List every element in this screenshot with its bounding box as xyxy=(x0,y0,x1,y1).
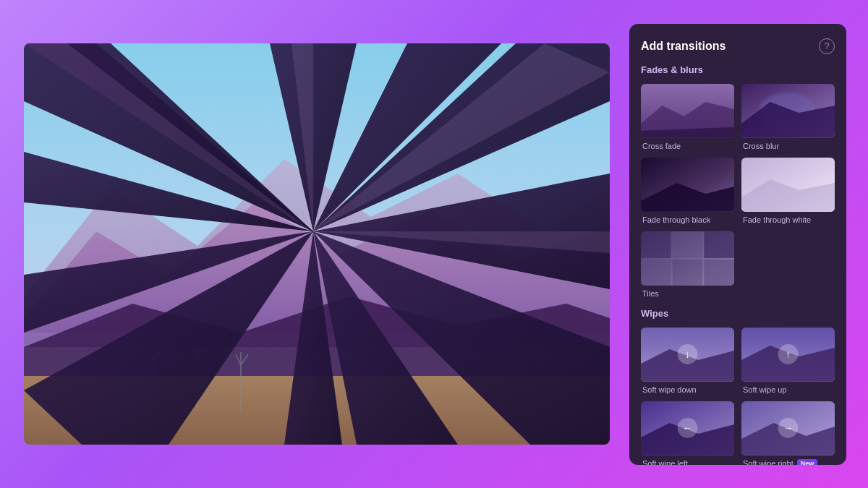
transition-soft-wipe-down[interactable]: ↓ Soft wipe down xyxy=(641,328,734,394)
wipes-grid-1: ↓ Soft wipe down xyxy=(641,328,835,394)
transition-soft-wipe-right[interactable]: → Soft wipe right New xyxy=(741,401,835,465)
svg-text:↓: ↓ xyxy=(685,348,690,359)
panel-title: Add transitions xyxy=(641,40,726,53)
thumb-fade-white xyxy=(741,158,835,212)
soft-wipe-left-label: Soft wipe left xyxy=(641,459,734,465)
soft-wipe-right-label: Soft wipe right New xyxy=(741,459,835,465)
transition-tiles[interactable]: Tiles xyxy=(641,231,734,298)
thumb-soft-down: ↓ xyxy=(641,328,734,382)
transition-fade-white[interactable]: Fade through white xyxy=(741,158,835,224)
thumb-fade-black xyxy=(641,158,734,212)
fade-black-label: Fade through black xyxy=(641,215,734,224)
fades-grid-2: Fade through black xyxy=(641,158,835,224)
tiles-label: Tiles xyxy=(641,289,734,298)
thumb-soft-left: ← xyxy=(641,401,734,455)
svg-rect-47 xyxy=(641,259,671,285)
transition-cross-fade[interactable]: Cross fade xyxy=(641,84,734,150)
svg-text:←: ← xyxy=(683,421,693,433)
svg-rect-46 xyxy=(704,231,734,258)
main-container: Add transitions ? Fades & blurs xyxy=(22,20,846,468)
thumb-tiles xyxy=(641,231,734,286)
preview-image xyxy=(24,43,610,445)
fade-white-label: Fade through white xyxy=(741,215,835,224)
thumb-cross-blur xyxy=(741,84,835,138)
fades-grid: Cross fade xyxy=(641,84,835,150)
svg-text:→: → xyxy=(783,421,793,433)
preview-canvas xyxy=(24,43,610,445)
panel-header: Add transitions ? xyxy=(641,38,835,54)
thumb-soft-right: → xyxy=(741,401,835,455)
preview-svg xyxy=(24,43,610,445)
svg-rect-48 xyxy=(673,259,703,285)
transition-soft-wipe-left[interactable]: ← Soft wipe left xyxy=(641,401,734,465)
wipes-grid-2: ← Soft wipe left xyxy=(641,401,835,465)
svg-text:↑: ↑ xyxy=(786,348,791,359)
thumb-cross-fade xyxy=(641,84,734,138)
transitions-panel: Add transitions ? Fades & blurs xyxy=(629,24,846,465)
transition-cross-blur[interactable]: Cross blur xyxy=(741,84,835,150)
cross-fade-label: Cross fade xyxy=(641,142,734,150)
thumb-soft-up: ↑ xyxy=(741,328,835,382)
svg-rect-44 xyxy=(641,231,671,258)
new-badge: New xyxy=(797,459,818,465)
section-fades-blurs: Fades & blurs xyxy=(641,64,835,75)
cross-blur-label: Cross blur xyxy=(741,142,835,150)
tiles-wrapper: Tiles xyxy=(641,231,734,298)
soft-wipe-up-label: Soft wipe up xyxy=(741,385,835,394)
preview-area xyxy=(22,20,612,468)
help-icon[interactable]: ? xyxy=(819,38,835,54)
transition-fade-black[interactable]: Fade through black xyxy=(641,158,734,224)
section-wipes: Wipes xyxy=(641,308,835,319)
svg-rect-49 xyxy=(704,259,734,285)
svg-rect-45 xyxy=(673,231,703,258)
soft-wipe-down-label: Soft wipe down xyxy=(641,385,734,394)
transition-soft-wipe-up[interactable]: ↑ Soft wipe up xyxy=(741,328,835,394)
